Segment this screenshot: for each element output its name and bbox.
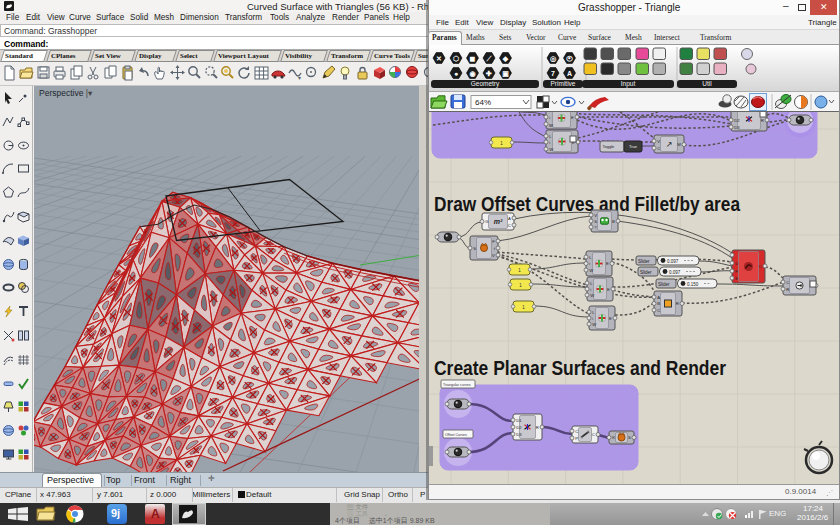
svg-text:R: R xyxy=(786,287,789,292)
svg-text:W: W xyxy=(549,147,553,152)
svg-text:⬡: ⬡ xyxy=(453,55,459,62)
svg-text:◆: ◆ xyxy=(502,55,509,63)
svg-text:i: i xyxy=(590,287,591,292)
svg-text:C: C xyxy=(508,223,511,228)
svg-text:F: F xyxy=(492,239,495,244)
svg-text:C: C xyxy=(759,264,762,269)
svg-text:E: E xyxy=(735,276,738,281)
svg-text:◼: ◼ xyxy=(470,55,476,62)
svg-text:m²: m² xyxy=(494,218,503,225)
svg-text:A: A xyxy=(567,70,572,77)
svg-text:Offset Curves: Offset Curves xyxy=(445,433,467,437)
svg-text:P: P xyxy=(575,436,578,441)
svg-text:◉: ◉ xyxy=(469,70,475,78)
svg-text:Toggle: Toggle xyxy=(603,144,616,149)
svg-text:▣: ▣ xyxy=(502,70,509,77)
svg-text:A: A xyxy=(508,216,511,221)
svg-text:✚: ✚ xyxy=(486,70,492,77)
svg-text:B: B xyxy=(612,219,615,224)
svg-text:Slider: Slider xyxy=(658,282,670,287)
svg-text:Draw Offset Curves and Fillet/: Draw Offset Curves and Fillet/by area xyxy=(434,193,741,215)
svg-text:W: W xyxy=(592,322,596,327)
svg-text:R: R xyxy=(761,118,764,123)
svg-text:E: E xyxy=(571,115,574,120)
svg-text:G: G xyxy=(485,219,488,224)
svg-text:V: V xyxy=(594,213,597,218)
svg-text:E: E xyxy=(609,316,612,321)
svg-text:True: True xyxy=(629,144,638,149)
svg-text:0.097: 0.097 xyxy=(667,259,679,264)
svg-text:7: 7 xyxy=(551,70,555,77)
svg-text:S: S xyxy=(628,435,631,440)
svg-text:R: R xyxy=(536,425,539,430)
svg-text:64%: 64% xyxy=(475,98,491,107)
svg-text:i: i xyxy=(549,115,550,120)
svg-text:✕: ✕ xyxy=(436,55,442,62)
svg-text:W: W xyxy=(590,293,594,298)
svg-text:F: F xyxy=(735,269,738,274)
svg-text:C: C xyxy=(592,432,595,437)
svg-text:i: i xyxy=(589,261,590,266)
svg-text:D1: D1 xyxy=(516,418,522,423)
svg-text:K: K xyxy=(612,435,615,440)
svg-text:Primitive: Primitive xyxy=(551,80,576,87)
svg-text:B: B xyxy=(657,301,660,306)
svg-text:D3: D3 xyxy=(734,125,740,130)
svg-text:●: ● xyxy=(454,70,458,77)
svg-text:R: R xyxy=(676,301,679,306)
svg-text:D3: D3 xyxy=(516,432,522,437)
svg-text:E: E xyxy=(606,261,609,266)
svg-text:D2: D2 xyxy=(516,425,522,430)
svg-text:C: C xyxy=(657,308,660,313)
svg-text:A: A xyxy=(657,295,660,300)
svg-text:↗: ↗ xyxy=(666,140,673,149)
svg-text:Triangular curves: Triangular curves xyxy=(443,383,471,387)
svg-text:W: W xyxy=(589,268,593,273)
svg-text:C: C xyxy=(575,429,578,434)
svg-text:0.097: 0.097 xyxy=(669,270,681,275)
svg-text:S: S xyxy=(594,219,597,224)
svg-text:◎: ◎ xyxy=(550,55,557,63)
svg-text:Input: Input xyxy=(621,80,636,88)
svg-text:Slider: Slider xyxy=(638,259,650,264)
svg-text:Create Planar Surfaces and Ren: Create Planar Surfaces and Render xyxy=(434,357,726,379)
svg-text:Util: Util xyxy=(702,80,712,87)
svg-text:▾: ▾ xyxy=(298,75,301,81)
svg-text:C: C xyxy=(657,146,660,151)
svg-text:⦿: ⦿ xyxy=(566,55,573,62)
svg-text:Geometry: Geometry xyxy=(471,80,500,88)
svg-text:i: i xyxy=(592,316,593,321)
svg-text:D2: D2 xyxy=(734,118,740,123)
svg-text:Slider: Slider xyxy=(640,270,652,275)
svg-text:0.150: 0.150 xyxy=(687,282,699,287)
svg-text:V: V xyxy=(657,139,660,144)
svg-text:C: C xyxy=(786,280,789,285)
svg-text:E: E xyxy=(607,287,610,292)
svg-text:V: V xyxy=(492,253,495,258)
svg-text:W: W xyxy=(549,123,553,128)
svg-text:i: i xyxy=(549,140,550,145)
svg-text:S: S xyxy=(473,246,476,251)
svg-text:M: M xyxy=(677,142,681,147)
svg-text:D: D xyxy=(735,261,738,266)
